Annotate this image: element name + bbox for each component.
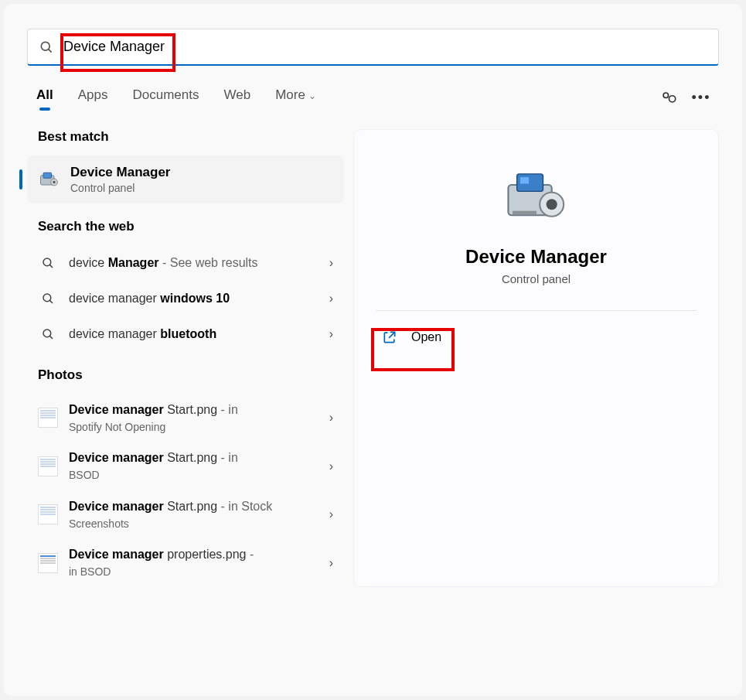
search-icon: [38, 324, 58, 344]
best-match-subtitle: Control panel: [70, 182, 170, 194]
tabs-row: All Apps Documents Web More⌄ •••: [4, 87, 742, 108]
main-content: Best match Device Manager Control panel …: [4, 108, 742, 587]
web-result-text: device manager bluetooth: [69, 326, 329, 343]
photo-result-2[interactable]: Device manager Start.png - in Stock Scre…: [27, 490, 344, 538]
svg-rect-19: [513, 211, 537, 214]
chevron-right-icon: ›: [329, 256, 333, 270]
tab-documents[interactable]: Documents: [132, 87, 199, 108]
web-result-1[interactable]: device manager windows 10 ›: [27, 281, 344, 316]
device-manager-large-icon: [502, 161, 571, 230]
svg-line-1: [49, 49, 52, 52]
svg-point-0: [41, 42, 49, 50]
best-match-item[interactable]: Device Manager Control panel: [27, 155, 344, 203]
image-thumb-icon: [38, 504, 58, 524]
search-container: [4, 4, 742, 66]
chevron-right-icon: ›: [329, 327, 333, 341]
svg-point-3: [669, 96, 675, 102]
search-box[interactable]: [27, 29, 719, 66]
photo-result-text: Device manager Start.png - in BSOD: [69, 449, 329, 482]
chevron-right-icon: ›: [329, 459, 333, 473]
web-result-text: device Manager - See web results: [69, 254, 329, 271]
heading-photos: Photos: [38, 367, 344, 383]
svg-rect-5: [43, 172, 52, 178]
more-options-icon[interactable]: •••: [693, 89, 710, 106]
heading-search-web: Search the web: [38, 219, 344, 234]
search-icon: [39, 39, 54, 55]
chevron-down-icon: ⌄: [308, 90, 316, 101]
chevron-right-icon: ›: [329, 556, 333, 570]
svg-rect-16: [519, 177, 528, 183]
photo-result-0[interactable]: Device manager Start.png - in Spotify No…: [27, 394, 344, 442]
svg-point-2: [663, 93, 668, 97]
open-external-icon: [382, 330, 397, 345]
svg-line-11: [49, 300, 53, 303]
image-thumb-icon: [38, 456, 58, 476]
detail-panel: Device Manager Control panel Open: [353, 129, 719, 587]
web-result-text: device manager windows 10: [69, 290, 329, 307]
detail-title: Device Manager: [370, 246, 703, 268]
photo-result-text: Device manager properties.png - in BSOD: [69, 546, 329, 579]
photo-result-text: Device manager Start.png - in Spotify No…: [69, 401, 329, 434]
svg-point-8: [43, 258, 51, 266]
svg-line-9: [49, 265, 53, 268]
search-input[interactable]: [63, 39, 707, 55]
search-icon: [38, 289, 58, 309]
photo-result-3[interactable]: Device manager properties.png - in BSOD …: [27, 538, 344, 586]
image-thumb-icon: [38, 408, 58, 428]
tab-more[interactable]: More⌄: [275, 87, 316, 108]
chevron-right-icon: ›: [329, 292, 333, 306]
results-column: Best match Device Manager Control panel …: [27, 129, 344, 587]
search-window: All Apps Documents Web More⌄ ••• Best ma…: [4, 4, 742, 696]
detail-subtitle: Control panel: [370, 272, 703, 285]
web-result-0[interactable]: device Manager - See web results ›: [27, 245, 344, 281]
photo-result-1[interactable]: Device manager Start.png - in BSOD ›: [27, 442, 344, 490]
chevron-right-icon: ›: [329, 507, 333, 521]
svg-point-7: [53, 181, 56, 184]
open-label: Open: [411, 330, 441, 344]
divider: [376, 310, 697, 311]
tab-web[interactable]: Web: [223, 87, 250, 108]
search-icon: [38, 253, 58, 273]
svg-point-18: [546, 199, 557, 210]
quick-search-icon[interactable]: [660, 89, 677, 106]
svg-line-13: [49, 336, 53, 339]
photo-result-text: Device manager Start.png - in Stock Scre…: [69, 498, 329, 531]
svg-point-12: [43, 330, 51, 337]
open-button[interactable]: Open: [370, 320, 703, 354]
web-result-2[interactable]: device manager bluetooth ›: [27, 316, 344, 352]
tab-all[interactable]: All: [36, 87, 53, 108]
chevron-right-icon: ›: [329, 411, 333, 425]
svg-point-10: [43, 294, 51, 302]
best-match-title: Device Manager: [70, 165, 170, 180]
tab-apps[interactable]: Apps: [78, 87, 108, 108]
device-manager-icon: [38, 169, 60, 190]
heading-best-match: Best match: [38, 129, 344, 145]
image-thumb-icon: [38, 553, 58, 573]
